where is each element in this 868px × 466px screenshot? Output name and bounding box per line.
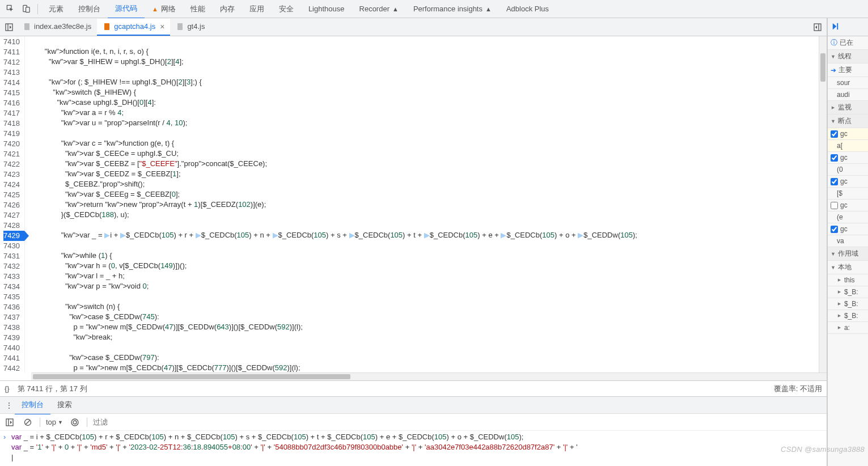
- console-toolbar: top▼: [0, 413, 827, 430]
- breakpoint-checkbox[interactable]: [831, 154, 838, 162]
- file-tabstrip: index.ae3fec8e.jsgcaptcha4.js×gt4.js: [0, 18, 827, 36]
- breakpoints-section[interactable]: ▼断点: [828, 115, 868, 128]
- scope-local[interactable]: ▼本地: [828, 261, 868, 274]
- console-context-selector[interactable]: top▼: [46, 418, 63, 426]
- debugger-controls: [828, 18, 868, 36]
- navigator-toggle-icon[interactable]: [2, 20, 16, 34]
- panel-tab-Adblock Plus[interactable]: Adblock Plus: [499, 0, 556, 19]
- panel-tab-网络[interactable]: ▲ 网络: [145, 0, 183, 19]
- file-icon: [23, 23, 31, 31]
- file-tab[interactable]: gt4.js: [170, 19, 210, 36]
- device-icon[interactable]: [20, 3, 32, 15]
- code-editor: 7410741174127413741474157416741774187419…: [0, 36, 827, 372]
- breakpoint-sub: a[: [828, 140, 868, 152]
- thread-item[interactable]: sour: [828, 77, 868, 89]
- threads-section[interactable]: ▼线程: [828, 50, 868, 63]
- file-tab[interactable]: index.ae3fec8e.js: [17, 19, 97, 36]
- scope-var[interactable]: ▼$_B:: [828, 298, 868, 310]
- thread-item[interactable]: audi: [828, 89, 868, 101]
- breakpoint-checkbox[interactable]: [831, 130, 838, 138]
- panel-tab-内存[interactable]: 内存: [213, 0, 242, 19]
- breakpoint-item[interactable]: gc: [828, 223, 868, 235]
- svg-rect-13: [837, 23, 838, 29]
- file-icon: [103, 23, 111, 31]
- console-sidebar-icon[interactable]: [3, 416, 16, 429]
- panel-tab-安全[interactable]: 安全: [272, 0, 301, 19]
- panel-tab-性能[interactable]: 性能: [183, 0, 213, 19]
- svg-rect-3: [6, 24, 12, 31]
- breakpoint-checkbox[interactable]: [831, 202, 838, 209]
- console-filter-input[interactable]: [93, 418, 823, 426]
- breakpoint-sub: [$: [828, 188, 868, 200]
- console-live-icon[interactable]: [69, 416, 81, 429]
- scope-var[interactable]: ▼a:: [828, 322, 868, 334]
- thread-main[interactable]: ➔主要: [828, 63, 868, 77]
- braces-icon[interactable]: {}: [5, 384, 10, 393]
- scope-var[interactable]: ▼$_B:: [828, 286, 868, 298]
- line-gutter[interactable]: 7410741174127413741474157416741774187419…: [0, 36, 25, 372]
- svg-rect-7: [6, 419, 13, 426]
- devtools-tabstrip: 元素控制台源代码▲ 网络性能内存应用安全LighthouseRecorder ▲…: [0, 0, 868, 18]
- vertical-scrollbar[interactable]: [819, 36, 827, 372]
- console-output[interactable]: ›var _ = i + $_CEDCb(105) + r + $_CEDCb(…: [0, 430, 827, 466]
- scope-var[interactable]: ▼$_B:: [828, 310, 868, 322]
- svg-rect-2: [26, 7, 29, 12]
- resume-icon[interactable]: [831, 22, 840, 32]
- coverage-status: 覆盖率: 不适用: [774, 384, 822, 394]
- separator: [37, 4, 38, 14]
- watch-section[interactable]: ▼监视: [828, 101, 868, 115]
- drawer-tabstrip: ⋮ 控制台搜索: [0, 396, 827, 413]
- inspect-icon[interactable]: [4, 3, 16, 15]
- drawer-menu-icon[interactable]: ⋮: [3, 401, 15, 410]
- debugger-sidebar: ⓘ已在 ▼线程 ➔主要 sour audi ▼监视 ▼断点 gca[ gc(0 …: [827, 18, 868, 466]
- debugger-toggle-icon[interactable]: [811, 20, 824, 34]
- cursor-position: 第 7411 行，第 17 列: [18, 384, 87, 394]
- panel-tab-控制台[interactable]: 控制台: [71, 0, 108, 19]
- file-icon: [176, 23, 184, 31]
- paused-message: ⓘ已在: [828, 36, 868, 50]
- console-clear-icon[interactable]: [22, 416, 34, 429]
- svg-line-10: [26, 420, 30, 425]
- panel-tab-Lighthouse[interactable]: Lighthouse: [301, 0, 352, 19]
- scope-var[interactable]: ▼this: [828, 274, 868, 286]
- panel-tab-Recorder[interactable]: Recorder ▲: [352, 0, 406, 19]
- scope-section[interactable]: ▼作用域: [828, 247, 868, 261]
- breakpoint-sub: (e: [828, 211, 868, 223]
- breakpoint-item[interactable]: gc: [828, 200, 868, 211]
- svg-point-12: [71, 419, 78, 426]
- editor-status-bar: {} 第 7411 行，第 17 列 覆盖率: 不适用: [0, 380, 827, 396]
- breakpoint-sub: va: [828, 235, 868, 247]
- panel-tab-源代码[interactable]: 源代码: [108, 0, 145, 19]
- breakpoint-checkbox[interactable]: [831, 178, 838, 185]
- file-tab[interactable]: gcaptcha4.js×: [97, 19, 170, 36]
- close-icon[interactable]: ×: [160, 22, 164, 31]
- panel-tab-元素[interactable]: 元素: [41, 0, 71, 19]
- breakpoint-checkbox[interactable]: [831, 226, 838, 233]
- console-cursor[interactable]: |: [11, 452, 823, 463]
- code-content[interactable]: "kw">function i(e, t, n, i, r, s, o) { "…: [25, 36, 819, 372]
- svg-rect-5: [814, 24, 821, 31]
- breakpoint-item[interactable]: gc: [828, 152, 868, 164]
- drawer-tab-控制台[interactable]: 控制台: [15, 396, 50, 414]
- panel-tab-应用[interactable]: 应用: [242, 0, 272, 19]
- breakpoint-item[interactable]: gc: [828, 128, 868, 140]
- drawer-tab-搜索[interactable]: 搜索: [50, 396, 79, 414]
- svg-point-11: [73, 421, 77, 424]
- breakpoint-item[interactable]: gc: [828, 176, 868, 188]
- panel-tab-Performance insights[interactable]: Performance insights ▲: [406, 0, 499, 19]
- breakpoint-sub: (0: [828, 164, 868, 176]
- horizontal-scrollbar[interactable]: [32, 372, 827, 380]
